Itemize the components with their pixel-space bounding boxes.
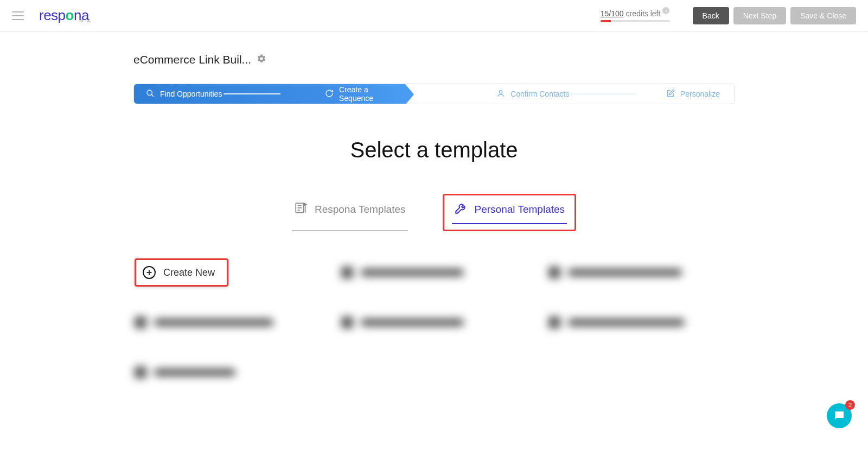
template-card[interactable]	[135, 308, 320, 337]
gear-icon[interactable]	[257, 54, 266, 66]
credits-bar	[601, 20, 670, 22]
step-label: Personalize	[680, 90, 720, 98]
create-new-label: Create New	[163, 267, 215, 278]
plus-icon: +	[143, 266, 156, 279]
template-card[interactable]	[341, 258, 526, 287]
refresh-icon	[325, 89, 334, 99]
tools-icon	[454, 201, 468, 218]
logo[interactable]: respona BETA	[39, 7, 89, 24]
credits-total: 100	[611, 9, 623, 18]
step-create-sequence[interactable]: Create a Sequence	[318, 84, 405, 104]
chat-widget[interactable]: 2	[827, 403, 852, 428]
stepper: Find Opportunities Create a Sequence Con…	[133, 84, 735, 104]
template-card[interactable]	[341, 308, 526, 337]
edit-icon	[666, 89, 675, 99]
info-icon[interactable]: i	[662, 7, 669, 14]
app-header: respona BETA 15/100 credits left i Back …	[0, 0, 868, 31]
template-tabs: Respona Templates Personal Templates	[133, 194, 735, 231]
next-step-button[interactable]: Next Step	[733, 7, 786, 24]
main-content: eCommerce Link Buil... Find Opportunitie…	[133, 53, 735, 386]
tab-respona-templates[interactable]: Respona Templates	[292, 194, 408, 231]
tab-label: Respona Templates	[315, 204, 406, 216]
template-card[interactable]	[548, 308, 733, 337]
svg-point-2	[500, 90, 502, 93]
step-label: Confirm Contacts	[510, 90, 569, 98]
user-icon	[496, 89, 505, 99]
tab-personal-templates[interactable]: Personal Templates	[452, 201, 567, 224]
credits-indicator[interactable]: 15/100 credits left i	[601, 9, 670, 22]
save-close-button[interactable]: Save & Close	[790, 7, 856, 24]
campaign-title: eCommerce Link Buil...	[133, 53, 251, 66]
back-button[interactable]: Back	[693, 7, 729, 24]
create-new-button[interactable]: + Create New	[135, 258, 228, 287]
step-find-opportunities[interactable]: Find Opportunities	[134, 84, 318, 104]
svg-point-0	[147, 90, 152, 95]
template-grid: + Create New	[133, 258, 735, 386]
template-icon	[294, 201, 308, 218]
svg-line-1	[151, 94, 154, 97]
page-title: Select a template	[133, 138, 735, 162]
credits-used: 15	[601, 9, 609, 18]
step-confirm-contacts[interactable]: Confirm Contacts	[405, 84, 650, 104]
step-label: Find Opportunities	[160, 90, 222, 98]
step-personalize[interactable]: Personalize	[650, 84, 734, 104]
chat-icon	[833, 409, 846, 422]
beta-badge: BETA	[79, 19, 90, 23]
highlight-personal-templates: Personal Templates	[443, 194, 577, 231]
template-card[interactable]	[135, 358, 320, 386]
menu-icon[interactable]	[12, 11, 24, 20]
credits-label: credits left	[626, 9, 661, 18]
chat-badge: 2	[845, 400, 855, 410]
template-card[interactable]	[548, 258, 733, 287]
tab-label: Personal Templates	[475, 204, 565, 216]
step-label: Create a Sequence	[339, 85, 389, 103]
search-icon	[146, 89, 155, 99]
